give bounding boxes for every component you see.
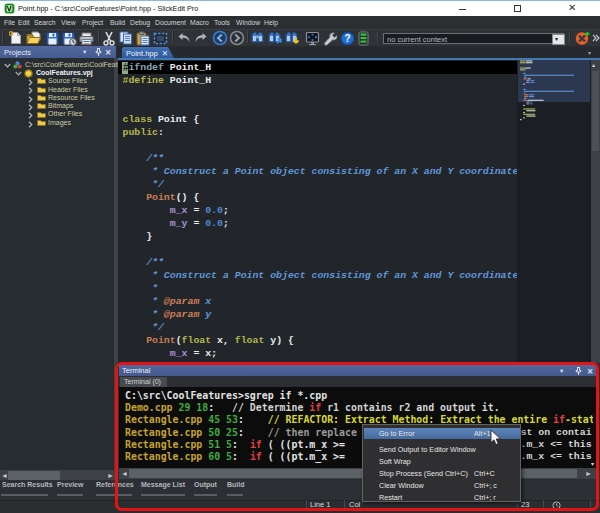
- svg-text:?: ?: [344, 33, 350, 44]
